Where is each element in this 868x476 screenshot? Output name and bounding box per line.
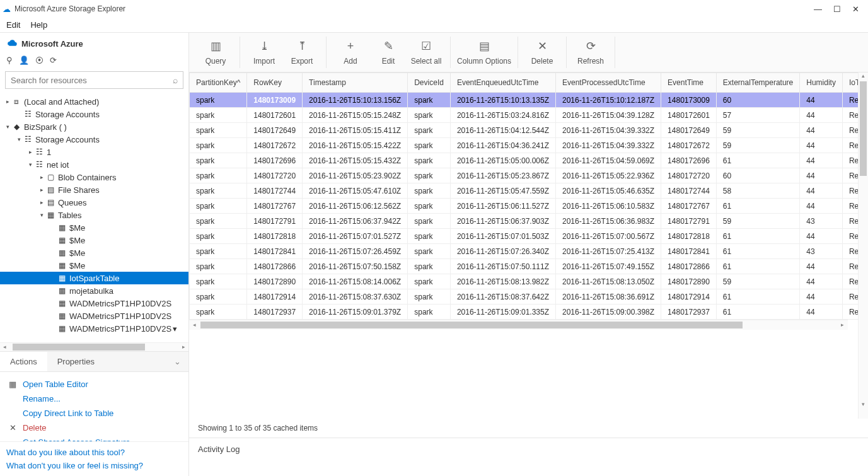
- data-grid[interactable]: PartitionKey^RowKeyTimestampDeviceIdEven…: [189, 73, 858, 320]
- column-options-button[interactable]: ▤Column Options: [456, 37, 512, 68]
- collapse-icon[interactable]: ⌄: [166, 352, 188, 371]
- table-row[interactable]: spark14801727442016-11-26T15:05:47.610Zs…: [190, 183, 859, 199]
- resource-tree[interactable]: ▸⧈(Local and Attached)☷Storage Accounts▾…: [0, 93, 188, 342]
- table-row[interactable]: spark14801727912016-11-26T15:06:37.942Zs…: [190, 214, 859, 229]
- tree-item[interactable]: ▾▦Tables: [0, 209, 188, 221]
- tree-item[interactable]: ▦WADMetricsPT1HP10DV2S ▾: [0, 322, 188, 335]
- cell: 2016-11-26T15:06:12.562Z: [303, 199, 408, 214]
- query-button[interactable]: ▥Query: [197, 37, 234, 68]
- table-row[interactable]: spark14801729372016-11-26T15:09:01.379Zs…: [190, 305, 859, 320]
- tree-item[interactable]: ▸▢Blob Containers: [0, 171, 188, 183]
- search-field[interactable]: [6, 76, 168, 85]
- import-button[interactable]: ⤓Import: [245, 37, 283, 68]
- user-icon[interactable]: 👤: [19, 55, 29, 65]
- menu-edit[interactable]: Edit: [6, 20, 20, 30]
- expand-arrow-icon[interactable]: ▸: [38, 187, 45, 193]
- add-button[interactable]: +Add: [332, 37, 369, 68]
- table-row[interactable]: spark14801726962016-11-26T15:05:15.432Zs…: [190, 153, 859, 168]
- table-row[interactable]: spark14801730092016-11-26T15:10:13.156Zs…: [190, 93, 859, 108]
- node-label: Queues: [58, 198, 87, 207]
- tree-item[interactable]: ▸☷1: [0, 146, 188, 158]
- cell: 1480172649: [661, 123, 717, 138]
- column-header[interactable]: DeviceId: [408, 73, 451, 93]
- tree-item[interactable]: ▸▤File Shares: [0, 183, 188, 196]
- actions-tabs: Actions Properties ⌄: [0, 351, 188, 372]
- tree-item[interactable]: ▦IotSparkTable: [0, 272, 188, 284]
- tree-item[interactable]: ▾☷net iot: [0, 158, 188, 171]
- toolbar-label: Delete: [531, 57, 553, 66]
- expand-arrow-icon[interactable]: ▸: [38, 174, 45, 180]
- expand-arrow-icon[interactable]: ▸: [26, 149, 34, 155]
- expand-arrow-icon[interactable]: ▾: [38, 212, 45, 218]
- cell: spark: [190, 274, 247, 289]
- column-header[interactable]: IoTHub: [842, 73, 858, 93]
- tree-item[interactable]: ▸▤Queues: [0, 196, 188, 209]
- expand-arrow-icon[interactable]: ▸: [4, 98, 11, 105]
- expand-arrow-icon[interactable]: ▸: [38, 199, 45, 206]
- expand-arrow-icon[interactable]: ▾: [15, 136, 23, 142]
- tree-item[interactable]: ▦mojetabulka: [0, 284, 188, 297]
- tab-actions[interactable]: Actions: [0, 352, 47, 371]
- globe-icon[interactable]: ⦿: [35, 55, 43, 65]
- table-row[interactable]: spark14801728662016-11-26T15:07:50.158Zs…: [190, 259, 859, 274]
- refresh-button[interactable]: ⟳Refresh: [572, 37, 610, 68]
- tree-hscrollbar[interactable]: ◂▸: [0, 342, 188, 351]
- tree-item[interactable]: ▦WADMetricsPT1HP10DV2S: [0, 310, 188, 322]
- grid-vscrollbar[interactable]: ▴▾: [858, 73, 868, 419]
- cell: 1480172818: [247, 229, 303, 244]
- table-row[interactable]: spark14801728902016-11-26T15:08:14.006Zs…: [190, 274, 859, 289]
- column-header[interactable]: EventProcessedUtcTime: [556, 73, 661, 93]
- action-item[interactable]: ▦Open Table Editor: [8, 377, 181, 392]
- expand-arrow-icon[interactable]: ▾: [26, 161, 34, 168]
- plug-icon[interactable]: ⚲: [6, 55, 13, 65]
- column-header[interactable]: Timestamp: [303, 73, 408, 93]
- table-row[interactable]: spark14801726012016-11-26T15:05:15.248Zs…: [190, 108, 859, 123]
- search-input[interactable]: ⌕: [5, 71, 183, 89]
- action-item[interactable]: ✕Delete: [8, 421, 181, 435]
- close-button[interactable]: ✕: [852, 4, 859, 14]
- table-row[interactable]: spark14801728412016-11-26T15:07:26.459Zs…: [190, 244, 859, 259]
- search-icon[interactable]: ⌕: [168, 75, 183, 85]
- expand-arrow-icon[interactable]: ▾: [4, 124, 11, 130]
- tree-item[interactable]: ☷Storage Accounts: [0, 108, 188, 120]
- grid-hscrollbar[interactable]: ◂▸: [189, 320, 848, 330]
- table-row[interactable]: spark14801727202016-11-26T15:05:23.902Zs…: [190, 168, 859, 183]
- tab-properties[interactable]: Properties: [47, 352, 105, 371]
- table-row[interactable]: spark14801728182016-11-26T15:07:01.527Zs…: [190, 229, 859, 244]
- tree-item[interactable]: ▦$Me: [0, 221, 188, 234]
- feedback-like[interactable]: What do you like about this tool?: [6, 446, 182, 459]
- tree-item[interactable]: ▦WADMetricsPT1HP10DV2S: [0, 297, 188, 310]
- table-row[interactable]: spark14801729142016-11-26T15:08:37.630Zs…: [190, 289, 859, 305]
- tree-item[interactable]: ▸⧈(Local and Attached): [0, 95, 188, 108]
- export-button[interactable]: ⤒Export: [283, 37, 321, 68]
- window-title: Microsoft Azure Storage Explorer: [14, 4, 125, 13]
- delete-button[interactable]: ✕Delete: [523, 37, 561, 68]
- column-header[interactable]: ExternalTemperature: [716, 73, 799, 93]
- select-all-button[interactable]: ☑Select all: [407, 37, 445, 68]
- column-header[interactable]: PartitionKey^: [190, 73, 247, 93]
- cell: 2016-11-26T15:04:39.332Z: [556, 138, 661, 153]
- action-item[interactable]: Get Shared Access Signature: [8, 435, 181, 441]
- tree-item[interactable]: ▾◆BizSpark ( ): [0, 120, 188, 133]
- cell: 2016-11-26T15:09:00.398Z: [556, 305, 661, 320]
- menu-help[interactable]: Help: [30, 20, 47, 30]
- tree-item[interactable]: ▾☷Storage Accounts: [0, 133, 188, 146]
- table-row[interactable]: spark14801727672016-11-26T15:06:12.562Zs…: [190, 199, 859, 214]
- tree-item[interactable]: ▦$Me: [0, 234, 188, 247]
- tree-item[interactable]: ▦$Me: [0, 259, 188, 272]
- action-item[interactable]: Rename...: [8, 392, 181, 406]
- column-header[interactable]: EventEnqueuedUtcTime: [450, 73, 555, 93]
- maximize-button[interactable]: ☐: [833, 4, 841, 14]
- table-row[interactable]: spark14801726492016-11-26T15:05:15.411Zs…: [190, 123, 859, 138]
- action-item[interactable]: Copy Direct Link to Table: [8, 406, 181, 421]
- edit-button[interactable]: ✎Edit: [369, 37, 407, 68]
- minimize-button[interactable]: —: [814, 4, 822, 14]
- column-header[interactable]: Humidity: [800, 73, 843, 93]
- column-header[interactable]: EventTime: [661, 73, 717, 93]
- refresh-icon[interactable]: ⟳: [50, 55, 57, 65]
- table-row[interactable]: spark14801726722016-11-26T15:05:15.422Zs…: [190, 138, 859, 153]
- titlebar: ☁ Microsoft Azure Storage Explorer — ☐ ✕: [0, 0, 868, 18]
- tree-item[interactable]: ▦$Me: [0, 247, 188, 259]
- column-header[interactable]: RowKey: [247, 73, 303, 93]
- feedback-missing[interactable]: What don't you like or feel is missing?: [6, 459, 182, 472]
